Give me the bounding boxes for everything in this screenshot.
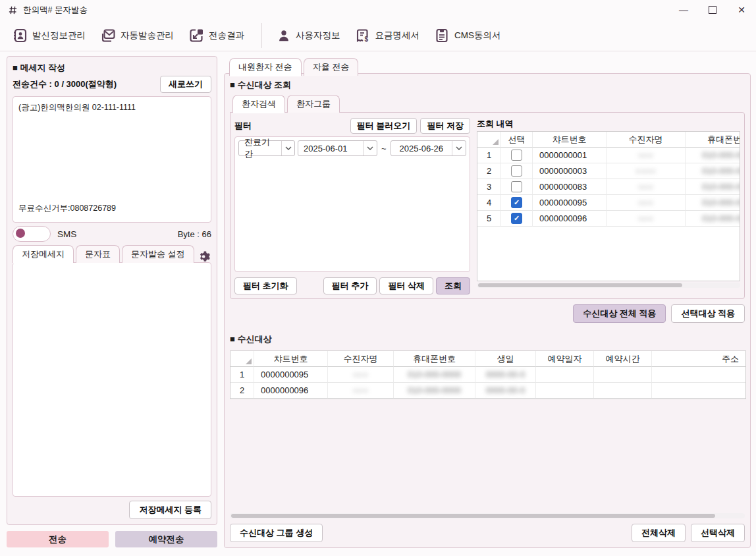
col-name: 수진자명 bbox=[328, 351, 394, 367]
col-reserve-time: 예약시간 bbox=[594, 351, 652, 367]
toolbar-user-info[interactable]: 사용자정보 bbox=[277, 28, 340, 43]
table-row[interactable]: 1 0000000095 ○○○ 010-000-0000 0000-00-0 bbox=[230, 367, 745, 383]
cell-rowno: 1 bbox=[230, 367, 254, 383]
col-phone: 휴대폰번호 bbox=[394, 351, 475, 367]
toolbar-label: 전송결과 bbox=[209, 30, 244, 42]
filter-body: 진료기간 2025-06-01 ~ 2025-06-26 bbox=[234, 136, 470, 272]
message-textarea[interactable]: (광고)한의맥한의원 02-111-1111 무료수신거부:0808726789 bbox=[13, 96, 211, 223]
select-all-corner[interactable] bbox=[230, 351, 254, 367]
toggle-knob-icon bbox=[16, 229, 25, 238]
cell-birth: 0000-00-0 bbox=[486, 370, 525, 379]
table-row[interactable]: 5 0000000096 ○○○ 010-000-0000 0000-0 bbox=[477, 211, 740, 227]
search-button[interactable]: 조회 bbox=[436, 277, 470, 294]
row-checkbox[interactable] bbox=[511, 165, 522, 177]
query-box: 필터 필터 불러오기 필터 저장 진료기간 2025-06-01 ~ bbox=[230, 112, 745, 299]
date-from-select[interactable]: 2025-06-01 bbox=[298, 140, 377, 156]
window-title: 한의맥# 문자발송 bbox=[23, 5, 88, 16]
tab-patient-search[interactable]: 환자검색 bbox=[232, 95, 285, 113]
query-result-table: 선택 챠트번호 수진자명 휴대폰번호 생일 1 0000000001 ○○○ 0… bbox=[477, 131, 740, 281]
cell-name: ○○○ bbox=[353, 370, 369, 379]
cell-chart: 0000000095 bbox=[254, 367, 328, 383]
tab-patient-group[interactable]: 환자그룹 bbox=[287, 95, 340, 113]
window-controls: — ✕ bbox=[669, 0, 756, 20]
toolbar-auto-send[interactable]: 자동발송관리 bbox=[100, 28, 174, 43]
document-icon bbox=[434, 28, 450, 43]
cell-rowno: 3 bbox=[477, 179, 501, 195]
date-to-select[interactable]: 2025-06-26 bbox=[391, 140, 466, 156]
filter-field-value: 진료기간 bbox=[239, 141, 281, 155]
tab-visiting-patient-send[interactable]: 내원환자 전송 bbox=[229, 58, 302, 76]
history-label: 조회 내역 bbox=[477, 117, 740, 131]
scrollbar-thumb[interactable] bbox=[478, 283, 682, 287]
row-checkbox[interactable] bbox=[511, 181, 522, 192]
delete-all-button[interactable]: 전체삭제 bbox=[632, 524, 686, 542]
send-button[interactable]: 전송 bbox=[7, 531, 109, 547]
close-button[interactable]: ✕ bbox=[727, 0, 756, 20]
date-from-value: 2025-06-01 bbox=[298, 141, 363, 155]
corner-triangle-icon bbox=[246, 358, 252, 364]
toolbar-label: 자동발송관리 bbox=[121, 30, 174, 42]
tab-free-send[interactable]: 자율 전송 bbox=[304, 58, 359, 76]
cell-chart: 0000000095 bbox=[533, 195, 607, 211]
chevron-down-icon[interactable] bbox=[452, 141, 466, 155]
chevron-down-icon[interactable] bbox=[281, 141, 294, 155]
tab-saved-messages[interactable]: 저장메세지 bbox=[13, 245, 74, 263]
reserve-send-button[interactable]: 예약전송 bbox=[115, 531, 217, 547]
filter-save-button[interactable]: 필터 저장 bbox=[420, 118, 470, 134]
filter-add-button[interactable]: 필터 추가 bbox=[323, 277, 377, 294]
row-checkbox[interactable] bbox=[511, 197, 522, 208]
minimize-button[interactable]: — bbox=[669, 0, 698, 20]
chevron-down-icon[interactable] bbox=[363, 141, 377, 155]
delete-selected-button[interactable]: 선택삭제 bbox=[691, 524, 745, 542]
cell-chart: 0000000096 bbox=[254, 383, 328, 399]
table-row[interactable]: 3 0000000083 ○○○ 010-000-0000 0000-0 bbox=[477, 179, 740, 195]
table-row[interactable]: 1 0000000001 ○○○ 010-000-0000 0000-0 bbox=[477, 148, 740, 163]
register-saved-message-button[interactable]: 저장메세지 등록 bbox=[129, 501, 211, 519]
recipients-table: 챠트번호 수진자명 휴대폰번호 생일 예약일자 예약시간 주소 1 000000… bbox=[230, 350, 746, 399]
toolbar-separator bbox=[261, 23, 262, 48]
compose-actions: 전송 예약전송 bbox=[7, 531, 217, 547]
row-checkbox[interactable] bbox=[511, 213, 522, 224]
cell-rowno: 1 bbox=[477, 148, 501, 163]
cell-chart: 0000000083 bbox=[533, 179, 607, 195]
cell-phone: 010-000-0000 bbox=[408, 385, 461, 395]
filter-reset-button[interactable]: 필터 초기화 bbox=[234, 277, 297, 294]
toolbar-label: 요금명세서 bbox=[375, 30, 420, 42]
sms-mms-toggle[interactable] bbox=[13, 226, 51, 242]
toolbar-billing[interactable]: $ 요금명세서 bbox=[355, 28, 420, 43]
col-chart: 챠트번호 bbox=[533, 132, 607, 148]
compose-section-title: ■ 메세지 작성 bbox=[13, 62, 211, 74]
toolbar-cms[interactable]: CMS동의서 bbox=[434, 28, 501, 43]
select-all-corner[interactable] bbox=[477, 132, 501, 148]
apply-all-recipients-button[interactable]: 수신대상 전체 적용 bbox=[573, 304, 666, 323]
maximize-button[interactable] bbox=[698, 0, 727, 20]
create-recipient-group-button[interactable]: 수신대상 그룹 생성 bbox=[230, 524, 323, 542]
cell-reserve-time bbox=[594, 383, 652, 399]
table-row[interactable]: 4 0000000095 ○○○ 010-000-0000 0000-0 bbox=[477, 195, 740, 211]
apply-selected-recipients-button[interactable]: 선택대상 적용 bbox=[671, 304, 745, 323]
table-row[interactable]: 2 0000000003 ○○○○ 010-000-0000 0000-0 bbox=[477, 163, 740, 179]
toolbar-sender-info[interactable]: 발신정보관리 bbox=[12, 28, 86, 43]
horizontal-scrollbar[interactable] bbox=[230, 513, 745, 518]
row-checkbox[interactable] bbox=[511, 150, 522, 161]
filter-field-select[interactable]: 진료기간 bbox=[238, 140, 295, 156]
corner-triangle-icon bbox=[493, 139, 499, 145]
tab-symbols[interactable]: 문자표 bbox=[76, 245, 120, 263]
maximize-icon bbox=[709, 6, 716, 14]
horizontal-scrollbar[interactable] bbox=[477, 283, 740, 288]
table-row[interactable]: 2 0000000096 ○○○ 010-000-0000 0000-00-0 bbox=[230, 383, 745, 399]
recipient-panel: ■ 수신대상 조회 환자검색 환자그룹 필터 필터 불러오기 필터 저장 진료기… bbox=[224, 73, 751, 548]
query-section-title: ■ 수신대상 조회 bbox=[230, 79, 745, 91]
saved-message-area[interactable] bbox=[13, 262, 211, 497]
cell-name: ○○○○ bbox=[635, 166, 656, 176]
scrollbar-thumb[interactable] bbox=[231, 514, 715, 518]
tab-send-settings[interactable]: 문자발송 설정 bbox=[122, 245, 194, 263]
filter-load-button[interactable]: 필터 불러오기 bbox=[350, 118, 418, 134]
cell-reserve-time bbox=[594, 367, 652, 383]
settings-gear-icon[interactable] bbox=[199, 250, 211, 263]
new-message-button[interactable]: 새로쓰기 bbox=[160, 76, 211, 93]
cell-name: ○○○ bbox=[638, 182, 654, 192]
recipients-section-title: ■ 수신대상 bbox=[230, 333, 745, 345]
filter-delete-button[interactable]: 필터 삭제 bbox=[379, 277, 433, 294]
toolbar-send-result[interactable]: 전송결과 bbox=[188, 28, 244, 43]
